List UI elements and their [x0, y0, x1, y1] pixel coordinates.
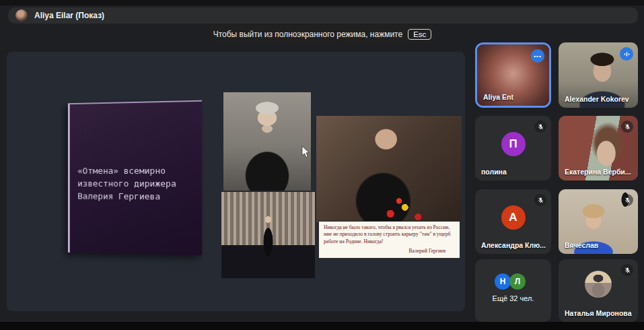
slide-card: «Отмена» всемирно известного дирижера Ва…	[68, 100, 202, 256]
participant-tile-natalia[interactable]: Наталья Миронова	[559, 259, 638, 322]
video-call-fullscreen: Aliya Eilar (Показ) Чтобы выйти из полно…	[0, 0, 644, 330]
mouse-cursor	[301, 145, 310, 158]
more-options-icon[interactable]: •••	[531, 49, 544, 63]
participant-name: полина	[481, 168, 507, 176]
slide-title: «Отмена» всемирно известного дирижера Ва…	[77, 165, 176, 203]
participant-name: Екатерина Верби...	[565, 168, 631, 176]
participant-name: Александра Клю...	[481, 241, 546, 249]
screen-share-view: «Отмена» всемирно известного дирижера Ва…	[7, 52, 465, 311]
participant-tile-alexander-kokorev[interactable]: Alexander Kokorev	[559, 42, 638, 108]
participant-tile-aleksandra[interactable]: А Александра Клю...	[475, 189, 551, 254]
photo-orchestra-organ-hall	[221, 192, 315, 278]
banner-text: Чтобы выйти из полноэкранного режима, на…	[213, 30, 402, 39]
participant-tile-vyacheslav[interactable]: Вячеслав	[559, 189, 638, 254]
participant-name: Наталья Миронова	[565, 309, 632, 317]
mic-muted-icon	[534, 194, 546, 206]
participant-initial-avatar: П	[501, 132, 526, 156]
esc-key-hint: Esc	[408, 29, 431, 40]
participant-initial-avatar: Н	[495, 273, 511, 290]
participant-name: Вячеслав	[565, 241, 598, 249]
fullscreen-exit-banner: Чтобы выйти из полноэкранного режима, на…	[210, 25, 435, 43]
quote-author: Валерий Гергиев	[324, 248, 445, 255]
participant-tile-polina[interactable]: П полина	[475, 116, 551, 180]
quote-box: Никогда не было такого, чтобы я рвался у…	[318, 221, 460, 259]
participant-tile-ekaterina[interactable]: Екатерина Верби...	[559, 116, 638, 180]
mic-muted-icon	[621, 194, 633, 206]
participant-name: Alexander Kokorev	[565, 95, 629, 103]
photo-gergiev-bouquet	[316, 116, 462, 222]
slide-title-line: известного дирижера	[77, 178, 176, 191]
participant-photo-avatar	[585, 271, 612, 298]
slide-title-line: «Отмена» всемирно	[77, 165, 176, 178]
quote-text: Никогда не было такого, чтобы я рвался у…	[324, 224, 455, 245]
mic-muted-icon	[621, 264, 633, 276]
participant-name: Aliya Ent	[483, 93, 513, 101]
slide-title-line: Валерия Гергиева	[77, 190, 176, 203]
presenter-avatar	[15, 9, 28, 22]
audio-level-icon	[620, 47, 633, 61]
participant-initial-avatar: Л	[509, 273, 526, 290]
photo-gergiev-closeup	[223, 92, 311, 191]
top-letterbox	[0, 0, 644, 5]
participant-tile-aliya-ent[interactable]: ••• Aliya Ent	[475, 42, 551, 108]
presenter-bar: Aliya Eilar (Показ)	[8, 7, 638, 24]
mic-muted-icon	[534, 121, 546, 133]
more-participants-count: Ещё 32 чел.	[475, 294, 551, 302]
presenter-name: Aliya Eilar (Показ)	[34, 11, 104, 20]
participant-initial-avatar: А	[501, 205, 526, 230]
participants-overflow-tile[interactable]: Н Л Ещё 32 чел.	[475, 259, 551, 322]
bottom-letterbox	[0, 322, 644, 330]
mic-muted-icon	[621, 121, 633, 133]
